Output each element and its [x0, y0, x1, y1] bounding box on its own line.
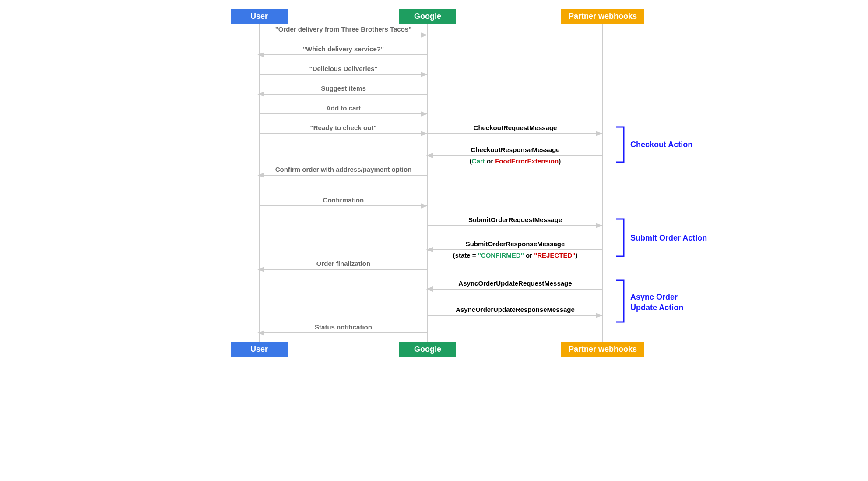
message-label: Confirm order with address/payment optio… — [275, 166, 411, 173]
action-bracket — [616, 280, 624, 322]
message-label: Order finalization — [316, 260, 370, 267]
message-sublabel: (Cart or FoodErrorExtension) — [469, 157, 560, 165]
lane-label: User — [250, 12, 267, 21]
lane-label: Partner webhooks — [568, 12, 636, 21]
message-label: Confirmation — [323, 196, 363, 204]
message-label: CheckoutRequestMessage — [473, 124, 557, 131]
lane-label: Partner webhooks — [568, 345, 636, 354]
action-label: Submit Order Action — [630, 233, 707, 242]
message-label: "Order delivery from Three Brothers Taco… — [275, 25, 411, 33]
message-label: "Delicious Deliveries" — [309, 65, 377, 72]
action-bracket — [616, 127, 624, 162]
action-label: Checkout Action — [630, 140, 692, 149]
action-label: Async Order — [630, 293, 678, 301]
message-label: Status notification — [315, 323, 372, 331]
message-label: Suggest items — [321, 85, 366, 92]
lane-label: Google — [414, 12, 441, 21]
message-label: AsyncOrderUpdateRequestMessage — [458, 279, 572, 287]
action-label: Update Action — [630, 303, 683, 312]
message-label: Add to cart — [326, 104, 360, 112]
message-label: "Which delivery service?" — [302, 45, 383, 53]
message-label: CheckoutResponseMessage — [471, 146, 559, 153]
message-label: "Ready to check out" — [310, 124, 376, 131]
message-label: AsyncOrderUpdateResponseMessage — [456, 306, 575, 313]
message-label: SubmitOrderRequestMessage — [468, 216, 562, 223]
message-label: SubmitOrderResponseMessage — [465, 240, 565, 248]
lane-label: Google — [414, 345, 441, 354]
message-sublabel: (state = "CONFIRMED" or "REJECTED") — [453, 251, 577, 259]
sequence-diagram: UserUserGoogleGooglePartner webhooksPart… — [106, 0, 763, 364]
action-bracket — [616, 219, 624, 256]
lane-label: User — [250, 345, 267, 354]
